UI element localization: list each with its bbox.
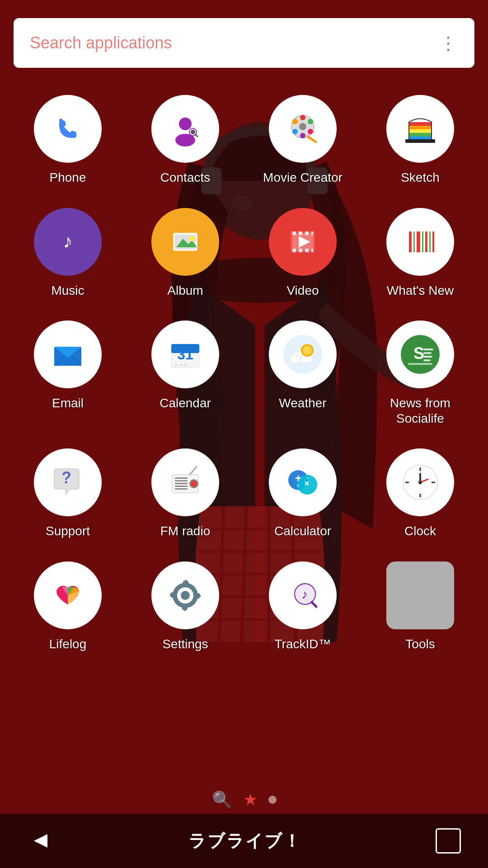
app-whats-new[interactable]: What's New <box>361 199 479 307</box>
app-contacts[interactable]: Contacts <box>127 86 244 194</box>
svg-point-26 <box>299 123 306 130</box>
app-settings-label: Settings <box>162 637 208 652</box>
svg-rect-63 <box>417 231 420 252</box>
svg-rect-64 <box>422 231 423 252</box>
svg-rect-100 <box>175 480 188 481</box>
app-clock[interactable]: Clock <box>361 439 479 548</box>
svg-rect-53 <box>305 231 309 235</box>
inactive-page-dot[interactable] <box>268 796 277 804</box>
app-sketch[interactable]: Sketch <box>361 86 479 194</box>
svg-rect-102 <box>175 486 188 487</box>
app-trackid-label: TrackID™ <box>275 637 331 652</box>
app-fm-radio[interactable]: FM radio <box>127 439 244 548</box>
svg-point-79 <box>184 363 187 366</box>
svg-point-86 <box>303 346 312 355</box>
svg-point-17 <box>47 108 88 149</box>
svg-rect-37 <box>409 133 432 137</box>
svg-rect-36 <box>409 129 432 133</box>
app-settings[interactable]: Settings <box>127 552 244 661</box>
svg-point-78 <box>179 363 182 366</box>
svg-text:÷: ÷ <box>296 482 300 490</box>
app-tools[interactable]: Tools <box>361 552 479 661</box>
app-movie-creator-label: Movie Creator <box>263 170 343 185</box>
app-calendar[interactable]: 31 Calendar <box>127 311 244 435</box>
svg-rect-65 <box>425 231 427 252</box>
svg-rect-99 <box>175 477 188 479</box>
svg-rect-94 <box>408 363 432 365</box>
svg-rect-91 <box>423 352 432 354</box>
app-fm-radio-label: FM radio <box>160 524 210 539</box>
app-grid: Phone Contacts <box>0 77 488 670</box>
app-video[interactable]: Video <box>244 199 361 307</box>
svg-rect-92 <box>423 356 432 358</box>
svg-rect-58 <box>311 249 313 252</box>
nav-logo: ラブライブ！ <box>188 830 302 853</box>
nav-recent-button[interactable] <box>436 828 461 854</box>
svg-point-19 <box>179 118 192 130</box>
svg-rect-62 <box>413 231 415 252</box>
app-email-label: Email <box>52 396 84 411</box>
svg-point-83 <box>290 355 300 363</box>
svg-point-29 <box>292 119 298 124</box>
svg-rect-67 <box>432 231 434 252</box>
svg-rect-39 <box>405 139 435 143</box>
svg-rect-103 <box>175 488 188 490</box>
app-album[interactable]: Album <box>127 199 244 307</box>
app-support[interactable]: ? Support <box>9 439 127 548</box>
svg-rect-66 <box>429 231 431 252</box>
active-page-dot: ★ <box>243 790 258 809</box>
app-movie-creator[interactable]: Movie Creator <box>244 86 361 194</box>
app-weather-label: Weather <box>279 396 326 411</box>
app-trackid[interactable]: ♪ TrackID™ <box>244 552 361 661</box>
app-music[interactable]: ♪ Music <box>9 199 127 307</box>
app-tools-label: Tools <box>405 637 435 652</box>
page-indicators: 🔍 ★ <box>0 790 488 809</box>
app-email[interactable]: Email <box>9 311 127 435</box>
svg-point-32 <box>308 129 313 134</box>
app-support-label: Support <box>46 524 90 539</box>
svg-rect-35 <box>409 126 432 129</box>
search-more-button[interactable]: ⋮ <box>439 33 458 53</box>
app-socialife-label: News from Socialife <box>366 396 474 426</box>
app-lifelog[interactable]: Lifelog <box>9 552 127 661</box>
search-placeholder: Search applications <box>30 33 439 52</box>
svg-rect-61 <box>409 231 412 252</box>
svg-rect-101 <box>175 483 188 484</box>
svg-rect-52 <box>299 231 302 235</box>
app-phone[interactable]: Phone <box>9 86 127 194</box>
app-video-label: Video <box>286 283 319 298</box>
svg-point-30 <box>308 119 313 124</box>
search-bar[interactable]: Search applications ⋮ <box>14 18 474 68</box>
svg-text:♪: ♪ <box>301 587 308 601</box>
app-album-label: Album <box>167 283 203 298</box>
svg-rect-141 <box>400 575 441 616</box>
app-weather[interactable]: Weather <box>244 311 361 435</box>
svg-point-122 <box>418 481 422 484</box>
app-clock-label: Clock <box>404 524 436 539</box>
bottom-nav-bar: ラブライブ！ <box>0 814 488 868</box>
search-dot[interactable]: 🔍 <box>212 790 232 809</box>
svg-point-28 <box>300 133 305 138</box>
svg-text:S: S <box>413 344 424 363</box>
svg-rect-34 <box>409 122 432 126</box>
app-lifelog-label: Lifelog <box>49 637 87 652</box>
app-phone-label: Phone <box>50 170 86 185</box>
app-sketch-label: Sketch <box>401 170 440 185</box>
svg-rect-90 <box>423 349 433 350</box>
svg-text:31: 31 <box>177 346 193 363</box>
nav-back-button[interactable] <box>27 827 54 854</box>
svg-point-105 <box>191 481 197 487</box>
svg-rect-93 <box>423 359 431 361</box>
app-calculator[interactable]: + × ÷ − Calculator <box>244 439 361 548</box>
svg-point-127 <box>181 591 190 600</box>
app-calculator-label: Calculator <box>274 524 331 539</box>
svg-point-31 <box>292 129 298 134</box>
app-socialife[interactable]: S News from Socialife <box>361 311 479 435</box>
svg-rect-57 <box>305 249 309 252</box>
svg-rect-51 <box>292 231 296 235</box>
svg-point-22 <box>191 130 195 134</box>
svg-point-77 <box>175 363 178 366</box>
svg-marker-142 <box>34 834 47 848</box>
svg-text:?: ? <box>61 468 71 487</box>
app-whats-new-label: What's New <box>387 283 454 298</box>
